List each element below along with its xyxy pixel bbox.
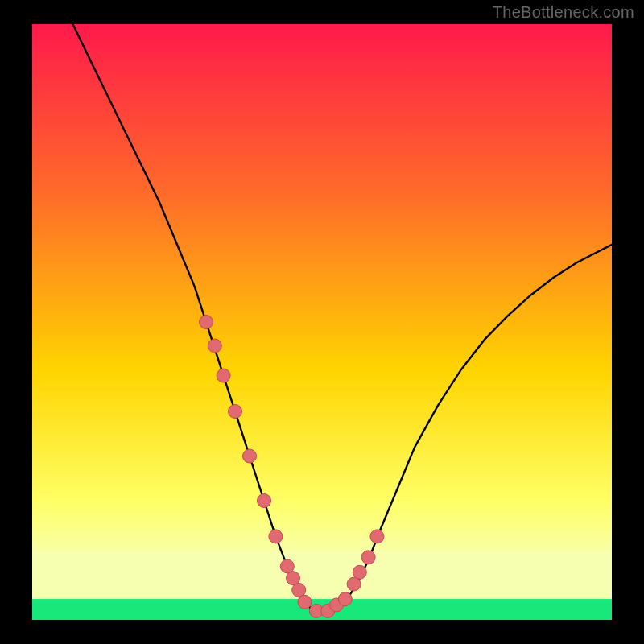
highlight-marker: [338, 592, 352, 606]
chart-svg: [32, 24, 612, 620]
highlight-marker: [243, 449, 257, 463]
highlight-marker: [217, 369, 230, 382]
highlight-marker: [361, 551, 375, 564]
highlight-marker: [298, 595, 312, 609]
chart-container: TheBottleneck.com: [0, 0, 644, 644]
pale-band: [32, 551, 612, 597]
highlight-marker: [229, 405, 242, 419]
highlight-marker: [258, 494, 271, 508]
highlight-marker: [208, 339, 221, 353]
watermark-text: TheBottleneck.com: [493, 3, 634, 22]
gradient-background: [32, 24, 612, 620]
highlight-marker: [353, 565, 366, 579]
highlight-marker: [370, 530, 384, 543]
plot-area: [32, 24, 612, 620]
highlight-marker: [200, 316, 213, 329]
highlight-marker: [269, 530, 283, 543]
